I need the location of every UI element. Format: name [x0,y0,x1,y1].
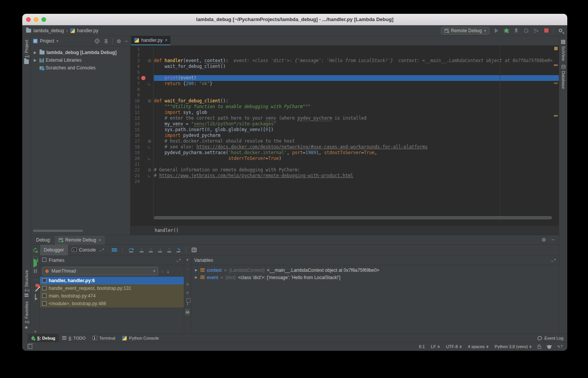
fold-icon[interactable] [148,158,150,160]
status-widget-4spaces[interactable]: 4 spaces [468,344,489,349]
stripe-project[interactable]: 1: Project [22,40,30,64]
zoom-window-button[interactable] [41,17,46,22]
fold-column[interactable] [147,158,152,160]
tree-item[interactable]: Scratches and Consoles [31,64,130,72]
scrollbar-thumb[interactable] [154,216,552,219]
gutter-row[interactable]: 10 [130,98,153,104]
gutter-row[interactable]: 4 [130,64,153,69]
fold-icon[interactable] [148,146,150,148]
reader-mode-icon[interactable]: ✎? [557,345,563,349]
debug-session-tab[interactable]: Remote Debug × [55,235,105,245]
gutter-row[interactable]: 17 [130,138,153,144]
gutter-row[interactable]: 15 [130,127,153,133]
tab-debugger[interactable]: Debugger [40,245,68,255]
debug-button[interactable] [503,28,509,34]
gutter-row[interactable]: 11 [130,104,153,110]
breadcrumb-project[interactable]: lambda_debug [33,28,64,33]
gutter-row[interactable]: 18 [130,144,153,150]
editor-gutter[interactable]: 123456789101112131415161718192021222324 [130,46,154,221]
step-into-button[interactable]: ↓ [140,247,144,252]
fold-column[interactable] [147,83,152,85]
toolwindow-button-pythonconsole[interactable]: Python Console [119,334,162,342]
error-stripe-mark[interactable] [554,82,558,84]
step-out-button[interactable]: ↑ [167,247,171,252]
pin-icon[interactable]: →* [98,248,104,252]
fold-icon[interactable] [148,100,151,102]
breadcrumb-file[interactable]: handler.py [77,28,98,33]
close-window-button[interactable] [26,17,31,22]
force-step-into-button[interactable]: ↓ [158,247,162,252]
status-widget-lf[interactable]: LF [431,344,440,349]
step-over-button[interactable] [128,247,134,252]
fold-column[interactable] [147,169,152,171]
variable-row[interactable]: ▶event={dict}<class 'dict'>: {'message':… [191,274,559,281]
gutter-row[interactable]: 19 [130,150,153,156]
stack-frame-row[interactable]: handle_event_request, bootstrap.py:131 [40,284,184,292]
stack-frame-row[interactable]: handler, handler.py:6 [40,277,184,284]
gutter-row[interactable]: 13 [130,115,153,121]
stripe-structure[interactable]: 7: Structure [22,270,30,297]
breakpoint-icon[interactable] [141,76,145,80]
editor-breadcrumb[interactable]: handler() [130,225,559,235]
fold-column[interactable] [147,146,152,148]
gutter-row[interactable]: 1 [130,46,153,52]
gutter-row[interactable]: 16 [130,133,153,138]
run-configuration-select[interactable]: Remote Debug ▾ [441,27,489,35]
pin-icon[interactable]: →* [550,258,556,263]
run-button[interactable] [493,28,499,34]
stop-button[interactable] [543,28,549,34]
error-stripe-mark[interactable] [554,47,558,50]
hide-panel-icon[interactable]: − [551,237,554,243]
fold-column[interactable] [147,100,152,102]
pin-icon[interactable]: →* [175,258,181,263]
lock-icon[interactable] [538,346,541,349]
profile-button[interactable] [523,28,529,34]
run-configurations-button[interactable] [533,28,539,34]
show-watches-button[interactable]: ∞ [185,309,190,315]
stripe-favorites[interactable]: 2: Favorites★ [22,301,30,330]
chevron-right-icon[interactable]: ▶ [34,58,38,62]
toolwindow-button-terminal[interactable]: ❯Terminal [89,334,119,342]
resume-button[interactable] [33,260,37,266]
chevron-right-icon[interactable]: ▶ [34,51,38,54]
breadcrumb-function[interactable]: handler() [155,228,178,233]
run-to-cursor-button[interactable]: ↘ [177,247,180,252]
fold-icon[interactable] [148,59,151,62]
gutter-row[interactable]: 2 [130,52,153,58]
variable-row[interactable]: ▶context={LambdaContext}<__main__.Lambda… [191,266,559,274]
gutter-row[interactable]: 23 [130,173,153,179]
search-everywhere-button[interactable] [557,28,563,34]
fold-column[interactable] [147,140,152,143]
fold-column[interactable] [147,175,152,177]
fold-icon[interactable] [148,175,150,177]
more-actions-button[interactable]: » [34,329,36,334]
gutter-row[interactable]: 21 [130,161,153,167]
error-stripe-mark[interactable] [554,115,558,117]
status-widget-utf8[interactable]: UTF-8 [446,344,462,349]
gutter-row[interactable]: 14 [130,121,153,127]
step-into-my-code-button[interactable]: ↓ [149,247,153,252]
evaluate-expression-button[interactable] [192,248,197,252]
collapse-all-icon[interactable] [104,39,109,44]
hide-panel-icon[interactable]: − [125,38,128,44]
gutter-row[interactable]: 9 [130,92,153,98]
gutter-row[interactable]: 8 [130,87,153,92]
expand-triangle-icon[interactable]: ▶ [195,268,198,272]
gutter-row[interactable]: 24 [130,179,153,184]
breakpoint-column[interactable] [140,76,147,80]
pause-button[interactable] [34,269,37,273]
remove-watch-button[interactable]: − [186,267,189,271]
toolwindow-button-debug[interactable]: 5: Debug [28,334,59,342]
thread-selector[interactable]: MainThread ▾ [42,267,158,275]
stack-frame-row[interactable]: <module>, bootstrap.py:486 [40,300,184,307]
duplicate-watch-button[interactable] [187,300,188,304]
project-horizontal-scrollbar[interactable] [33,230,83,232]
caret-position[interactable]: 6:1 [419,344,424,349]
gear-icon[interactable]: ⚙ [117,38,121,44]
previous-frame-button[interactable]: ↑ [161,268,164,274]
gutter-row[interactable]: 20 [130,156,153,161]
chevron-down-icon[interactable]: ▾ [56,39,58,43]
minimize-window-button[interactable] [34,17,38,22]
toolwindow-button-todo[interactable]: 6: TODO [59,334,89,342]
fold-icon[interactable] [148,83,150,85]
